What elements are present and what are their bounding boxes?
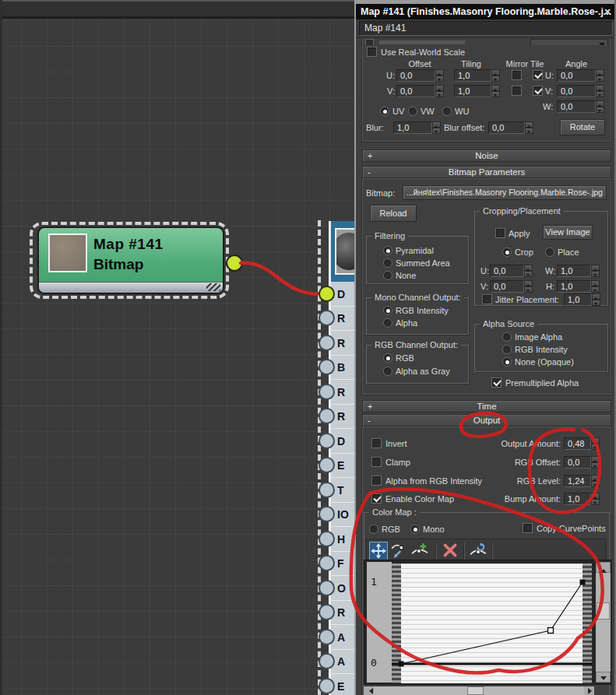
- jitter-checkbox[interactable]: [482, 294, 492, 304]
- move-point-icon[interactable]: [369, 542, 388, 560]
- horizontal-scroll-thumb[interactable]: [467, 686, 484, 695]
- alpha-rgb-intensity-radio[interactable]: [502, 345, 512, 354]
- v-angle-spinner[interactable]: [596, 85, 604, 97]
- colormap-mono-radio[interactable]: [410, 525, 420, 534]
- reset-curve-icon[interactable]: [470, 542, 488, 560]
- material-input-socket[interactable]: [319, 359, 335, 375]
- material-input-socket[interactable]: [319, 506, 335, 522]
- blur-offset-spinner[interactable]: [525, 121, 533, 134]
- filtering-none-radio[interactable]: [383, 271, 392, 280]
- curve-horizontal-scrollbar[interactable]: [364, 686, 594, 695]
- uv-radio[interactable]: [380, 107, 389, 116]
- material-input-socket[interactable]: [319, 555, 335, 571]
- window-title[interactable]: Map #141 (Finishes.Masonry Flooring.Marb…: [356, 4, 614, 19]
- u-tile-checkbox[interactable]: [533, 70, 543, 80]
- jitter-field[interactable]: 1,0: [564, 293, 592, 306]
- material-input-socket-connected[interactable]: [319, 286, 335, 302]
- material-input-socket[interactable]: [319, 457, 335, 473]
- material-input-socket[interactable]: [319, 384, 335, 400]
- vw-radio[interactable]: [408, 107, 417, 116]
- enable-color-map-checkbox[interactable]: [371, 493, 382, 504]
- crop-radio[interactable]: [502, 247, 512, 257]
- u-angle-field[interactable]: 0,0: [557, 69, 596, 82]
- use-real-world-checkbox[interactable]: [367, 47, 377, 57]
- w-angle-field[interactable]: 0,0: [557, 100, 596, 113]
- v-mirror-checkbox[interactable]: [512, 86, 522, 96]
- crop-u-field[interactable]: 0,0: [490, 265, 524, 277]
- w-angle-spinner[interactable]: [596, 100, 604, 113]
- crop-h-field[interactable]: 1,0: [557, 280, 591, 293]
- crop-w-spinner[interactable]: [591, 265, 600, 277]
- rgb-level-spinner[interactable]: [591, 475, 600, 487]
- place-radio[interactable]: [545, 247, 554, 257]
- v-tiling-field[interactable]: 1,0: [454, 85, 491, 97]
- crop-v-field[interactable]: 0,0: [490, 280, 524, 293]
- curve-vertical-scrollbar[interactable]: [596, 562, 611, 683]
- apply-checkbox[interactable]: [495, 228, 505, 238]
- reload-button[interactable]: Reload: [370, 205, 417, 222]
- output-amount-field[interactable]: 0,48: [564, 437, 591, 450]
- crop-u-spinner[interactable]: [524, 265, 533, 277]
- material-preview-thumbnail[interactable]: [335, 228, 354, 275]
- add-point-icon[interactable]: [411, 542, 430, 560]
- material-input-socket[interactable]: [319, 629, 335, 645]
- rollout-bitmap-parameters[interactable]: - Bitmap Parameters: [362, 166, 611, 178]
- blur-offset-field[interactable]: 0,0: [488, 121, 525, 134]
- delete-point-icon[interactable]: [442, 542, 460, 560]
- none-opaque-radio[interactable]: [502, 357, 512, 367]
- v-offset-spinner[interactable]: [435, 85, 444, 97]
- rotate-button[interactable]: Rotate: [560, 119, 605, 135]
- scroll-down-button[interactable]: [596, 672, 611, 683]
- scale-point-icon[interactable]: [390, 542, 409, 560]
- view-image-button[interactable]: View Image: [543, 225, 593, 240]
- u-offset-field[interactable]: 0,0: [396, 69, 435, 82]
- crop-h-spinner[interactable]: [591, 280, 600, 293]
- map-name-field[interactable]: Map #141: [359, 21, 613, 36]
- u-offset-spinner[interactable]: [435, 69, 444, 82]
- u-angle-spinner[interactable]: [596, 69, 604, 82]
- blur-field[interactable]: 1,0: [393, 121, 432, 134]
- material-input-socket[interactable]: [319, 482, 335, 498]
- rollout-time[interactable]: + Time: [362, 400, 611, 412]
- v-tile-checkbox[interactable]: [533, 86, 543, 96]
- u-tiling-spinner[interactable]: [491, 69, 500, 82]
- alpha-from-rgb-checkbox[interactable]: [371, 476, 382, 486]
- scroll-right-button[interactable]: [584, 686, 594, 695]
- material-input-socket[interactable]: [319, 678, 335, 694]
- scroll-up-button[interactable]: [596, 562, 611, 573]
- material-input-socket[interactable]: [319, 335, 335, 351]
- mono-alpha-radio[interactable]: [383, 318, 392, 328]
- rgb-level-field[interactable]: 1,24: [564, 475, 591, 487]
- u-mirror-checkbox[interactable]: [512, 70, 522, 80]
- material-input-socket[interactable]: [319, 604, 335, 620]
- material-input-socket[interactable]: [319, 531, 335, 547]
- rgb-rgb-radio[interactable]: [383, 353, 392, 363]
- filtering-summed-radio[interactable]: [383, 258, 392, 268]
- scroll-left-button[interactable]: [364, 686, 374, 695]
- bump-amount-spinner[interactable]: [591, 493, 600, 505]
- bump-amount-field[interactable]: 1,0: [564, 493, 591, 505]
- vertical-scroll-thumb[interactable]: [597, 602, 610, 620]
- rollout-noise[interactable]: + Noise: [362, 149, 611, 162]
- v-tiling-spinner[interactable]: [491, 85, 500, 97]
- material-input-socket[interactable]: [319, 653, 335, 669]
- clamp-checkbox[interactable]: [371, 457, 382, 467]
- copy-curvepoints-checkbox[interactable]: [523, 523, 533, 533]
- premultiplied-checkbox[interactable]: [491, 377, 502, 388]
- material-input-socket[interactable]: [319, 580, 335, 596]
- crop-v-spinner[interactable]: [524, 280, 533, 293]
- filtering-pyramidal-radio[interactable]: [383, 246, 392, 255]
- image-alpha-radio[interactable]: [502, 332, 512, 342]
- rgb-offset-field[interactable]: 0,0: [564, 456, 591, 469]
- wu-radio[interactable]: [442, 107, 452, 116]
- jitter-spinner[interactable]: [592, 293, 600, 306]
- output-amount-spinner[interactable]: [591, 437, 600, 450]
- rgb-alpha-gray-radio[interactable]: [383, 367, 392, 376]
- material-input-socket[interactable]: [319, 433, 335, 449]
- material-input-socket[interactable]: [319, 310, 335, 326]
- crop-w-field[interactable]: 1,0: [557, 265, 591, 277]
- rgb-offset-spinner[interactable]: [591, 456, 600, 469]
- v-angle-field[interactable]: 0,0: [557, 85, 596, 97]
- u-tiling-field[interactable]: 1,0: [454, 69, 491, 82]
- material-input-socket[interactable]: [319, 408, 335, 424]
